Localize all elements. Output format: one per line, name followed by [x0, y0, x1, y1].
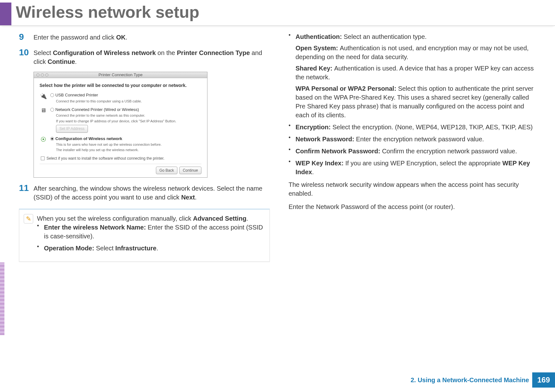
- window-title: Printer Connection Type: [98, 72, 142, 78]
- list-item: Enter the wireless Network Name: Enter t…: [37, 223, 264, 241]
- step-number: 10: [19, 48, 34, 66]
- bold-text: WPA Personal or WPA2 Personal:: [296, 85, 398, 92]
- header-accent-block: [0, 3, 11, 25]
- list-item: Confirm Network Password: Confirm the en…: [289, 147, 540, 156]
- usb-icon: 🔌: [40, 92, 47, 100]
- dialog-heading: Select how the printer will be connected…: [40, 83, 201, 89]
- text: .: [75, 58, 77, 65]
- wifi-icon: ⦿: [40, 136, 47, 144]
- set-ip-button[interactable]: Set IP Address: [56, 125, 88, 133]
- note-body: When you set the wireless configuration …: [37, 214, 264, 256]
- pencil-icon: ✎: [24, 214, 33, 224]
- install-without-connect: Select if you want to install the softwa…: [41, 156, 201, 161]
- option-label: USB Connected Printer: [55, 93, 98, 97]
- ok-label: OK: [116, 34, 126, 41]
- radio-usb[interactable]: [50, 93, 54, 97]
- go-back-button[interactable]: Go Back: [156, 167, 177, 175]
- bold-text: Advanced Setting: [193, 215, 246, 222]
- radio-wireless[interactable]: [50, 137, 54, 141]
- option-desc: Connect the printer to the same network …: [56, 113, 201, 118]
- mac-body: Select how the printer will be connected…: [34, 78, 207, 178]
- page-title: Wireless network setup: [16, 3, 555, 25]
- right-column: Authentication: Select an authentication…: [289, 32, 540, 262]
- text: .: [246, 215, 248, 222]
- option-network: 🖥 Network Conneted Printer (Wired or Wir…: [40, 107, 201, 133]
- mac-titlebar: Printer Connection Type: [34, 72, 207, 78]
- checkbox[interactable]: [41, 156, 45, 160]
- list-item: Encryption: Select the encryption. (None…: [289, 123, 540, 132]
- bold-text: Confirm Network Password:: [296, 148, 382, 155]
- chapter-label: 2. Using a Network-Connected Machine: [410, 377, 532, 384]
- bold-text: Open System:: [296, 45, 340, 52]
- step-number: 9: [19, 32, 34, 42]
- network-icon: 🖥: [40, 107, 47, 114]
- paragraph: Enter the Network Password of the access…: [289, 202, 540, 211]
- text: Enter the encryption network password va…: [356, 136, 484, 143]
- option-usb: 🔌 USB Connected Printer Connect the prin…: [40, 92, 201, 104]
- text: Select: [34, 49, 53, 56]
- side-tab-decoration: [0, 262, 4, 335]
- text: .: [195, 194, 197, 201]
- list-item: WEP Key Index: If you are using WEP Encr…: [289, 159, 540, 176]
- text: on the: [156, 49, 177, 56]
- bold-text: Authentication:: [296, 33, 344, 40]
- step-number: 11: [19, 183, 34, 202]
- continue-button[interactable]: Continue: [179, 167, 201, 175]
- bold-text: WEP Key Index:: [296, 160, 345, 167]
- option-label: Network Conneted Printer (Wired or Wirel…: [55, 107, 139, 112]
- content-area: 9 Enter the password and click OK. 10 Se…: [0, 32, 555, 262]
- note-block: ✎ When you set the wireless configuratio…: [19, 209, 270, 262]
- step-body: Select Configuration of Wireless network…: [34, 48, 270, 66]
- checkbox-label: Select if you want to install the softwa…: [46, 156, 164, 161]
- note-list: Enter the wireless Network Name: Enter t…: [37, 223, 264, 253]
- option-desc: If you want to change IP address of your…: [56, 119, 201, 124]
- step-body: After searching, the window shows the wi…: [34, 183, 270, 202]
- step-9: 9 Enter the password and click OK.: [19, 32, 270, 42]
- list-item: Authentication: Select an authentication…: [289, 32, 540, 119]
- left-column: 9 Enter the password and click OK. 10 Se…: [19, 32, 270, 262]
- option-wireless: ⦿ Configuration of Wireless network This…: [40, 136, 201, 153]
- page-header: Wireless network setup: [0, 0, 555, 26]
- paragraph: The wireless network security window app…: [289, 180, 540, 198]
- text: .: [126, 34, 127, 41]
- traffic-lights: [36, 73, 48, 77]
- bold-text: Shared Key:: [296, 65, 334, 72]
- text: .: [312, 168, 314, 175]
- page-number: 169: [532, 372, 555, 388]
- option-desc: This is for users who have not set up th…: [56, 142, 201, 147]
- text: Select the encryption. (None, WEP64, WEP…: [332, 124, 533, 131]
- text: After searching, the window shows the wi…: [34, 185, 262, 201]
- bold-text: Enter the wireless Network Name:: [44, 224, 148, 231]
- bold-text: Configuration of Wireless network: [53, 49, 156, 56]
- step-11: 11 After searching, the window shows the…: [19, 183, 270, 202]
- bold-text: Network Password:: [296, 136, 356, 143]
- text: Select an authentication type.: [344, 33, 427, 40]
- step-10: 10 Select Configuration of Wireless netw…: [19, 48, 270, 66]
- bold-text: Infrastructure: [115, 245, 157, 252]
- right-bullet-list: Authentication: Select an authentication…: [289, 32, 540, 176]
- text: If you are using WEP Encryption, select …: [345, 160, 503, 167]
- option-label: Configuration of Wireless network: [55, 136, 122, 141]
- list-item: Network Password: Enter the encryption n…: [289, 135, 540, 144]
- step-body: Enter the password and click OK.: [34, 32, 270, 42]
- bold-text: Next: [181, 194, 195, 201]
- text: When you set the wireless configuration …: [37, 215, 193, 222]
- embedded-screenshot: Printer Connection Type Select how the p…: [34, 72, 207, 178]
- bold-text: Operation Mode:: [44, 245, 96, 252]
- dialog-button-row: Go Back Continue: [40, 164, 201, 175]
- option-desc: The installer will help you set up the w…: [56, 148, 201, 152]
- radio-network[interactable]: [50, 108, 54, 112]
- page-footer: 2. Using a Network-Connected Machine 169: [410, 372, 555, 388]
- text: Confirm the encryption network password …: [382, 148, 517, 155]
- bold-text: Continue: [47, 58, 75, 65]
- text: Select: [96, 245, 115, 252]
- bold-text: Encryption:: [296, 124, 333, 131]
- text: Enter the password and click: [34, 34, 116, 41]
- list-item: Operation Mode: Select Infrastructure.: [37, 244, 264, 253]
- option-desc: Connect the printer to this computer usi…: [56, 99, 201, 104]
- text: .: [157, 245, 158, 252]
- bold-text: Printer Connection Type: [177, 49, 250, 56]
